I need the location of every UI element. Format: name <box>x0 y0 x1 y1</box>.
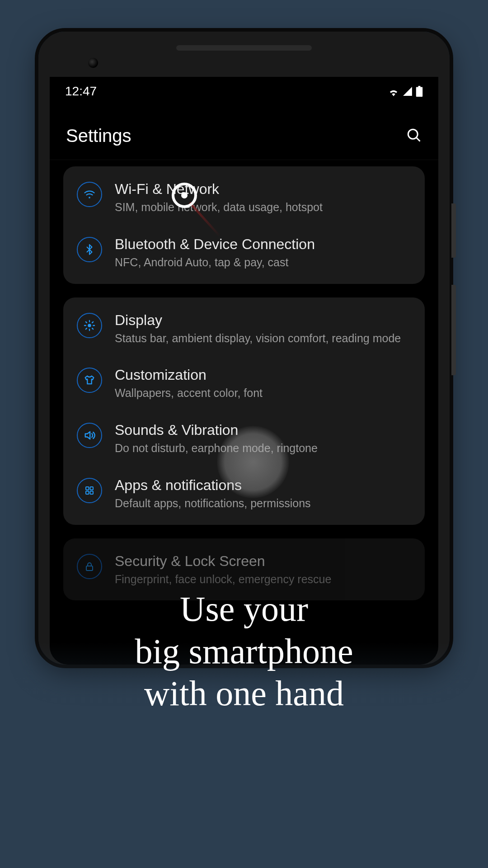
settings-item-subtitle: Do not disturb, earphone mode, ringtone <box>115 441 411 456</box>
settings-item-title: Bluetooth & Device Connection <box>115 235 411 253</box>
svg-line-1 <box>416 137 420 141</box>
apps-grid-icon <box>77 478 102 503</box>
battery-icon <box>416 86 423 97</box>
settings-item-display[interactable]: Display Status bar, ambient display, vis… <box>63 301 425 356</box>
status-icons <box>388 86 423 97</box>
settings-item-title: Display <box>115 311 411 329</box>
caption-line: big smartphone <box>0 630 488 673</box>
svg-rect-16 <box>86 566 93 571</box>
svg-rect-14 <box>86 491 89 494</box>
phone-side-button-upper <box>451 203 456 258</box>
svg-rect-12 <box>86 487 89 490</box>
svg-point-2 <box>89 197 90 198</box>
settings-item-subtitle: Status bar, ambient display, vision comf… <box>115 331 411 346</box>
screen: 12:47 Settings <box>50 77 438 665</box>
page-title: Settings <box>66 126 131 146</box>
caption-line: Use your <box>0 588 488 630</box>
settings-group: Display Status bar, ambient display, vis… <box>63 297 425 525</box>
phone-frame: 12:47 Settings <box>38 32 450 665</box>
wifi-icon <box>388 86 399 96</box>
settings-item-subtitle: Default apps, notifications, permissions <box>115 496 411 511</box>
lock-icon <box>77 554 102 579</box>
phone-camera <box>88 58 98 68</box>
settings-item-subtitle: Fingerprint, face unlock, emergency resc… <box>115 572 411 587</box>
bluetooth-icon <box>77 237 102 262</box>
speaker-icon <box>77 423 102 448</box>
svg-point-0 <box>408 129 418 139</box>
svg-line-10 <box>86 328 87 329</box>
settings-item-apps[interactable]: Apps & notifications Default apps, notif… <box>63 466 425 521</box>
settings-group: Wi-Fi & Network SIM, mobile network, dat… <box>63 166 425 284</box>
svg-line-11 <box>92 321 93 322</box>
svg-point-3 <box>88 324 91 327</box>
settings-item-wifi[interactable]: Wi-Fi & Network SIM, mobile network, dat… <box>63 170 425 225</box>
header: Settings <box>50 103 438 160</box>
settings-item-bluetooth[interactable]: Bluetooth & Device Connection NFC, Andro… <box>63 225 425 280</box>
settings-item-title: Security & Lock Screen <box>115 552 411 570</box>
cellular-icon <box>402 86 413 96</box>
settings-item-subtitle: NFC, Android Auto, tap & pay, cast <box>115 255 411 270</box>
settings-item-title: Apps & notifications <box>115 476 411 494</box>
caption-line: with one hand <box>0 672 488 715</box>
settings-item-subtitle: Wallpapers, accent color, font <box>115 386 411 401</box>
svg-line-9 <box>92 328 93 329</box>
settings-item-customization[interactable]: Customization Wallpapers, accent color, … <box>63 356 425 411</box>
status-bar: 12:47 <box>50 77 438 103</box>
tshirt-icon <box>77 368 102 393</box>
settings-item-sounds[interactable]: Sounds & Vibration Do not disturb, earph… <box>63 411 425 466</box>
status-time: 12:47 <box>65 84 97 99</box>
svg-line-8 <box>86 321 87 322</box>
brightness-icon <box>77 313 102 338</box>
settings-list[interactable]: Wi-Fi & Network SIM, mobile network, dat… <box>50 160 438 600</box>
svg-rect-15 <box>90 491 94 494</box>
settings-item-title: Wi-Fi & Network <box>115 180 411 198</box>
marketing-caption: Use your big smartphone with one hand <box>0 588 488 715</box>
wifi-icon <box>77 182 102 207</box>
svg-rect-13 <box>90 487 94 490</box>
settings-item-title: Sounds & Vibration <box>115 421 411 439</box>
phone-side-button-lower <box>451 285 456 375</box>
settings-item-subtitle: SIM, mobile network, data usage, hotspot <box>115 200 411 215</box>
search-button[interactable] <box>406 127 422 145</box>
phone-speaker <box>176 45 312 51</box>
settings-item-title: Customization <box>115 366 411 384</box>
